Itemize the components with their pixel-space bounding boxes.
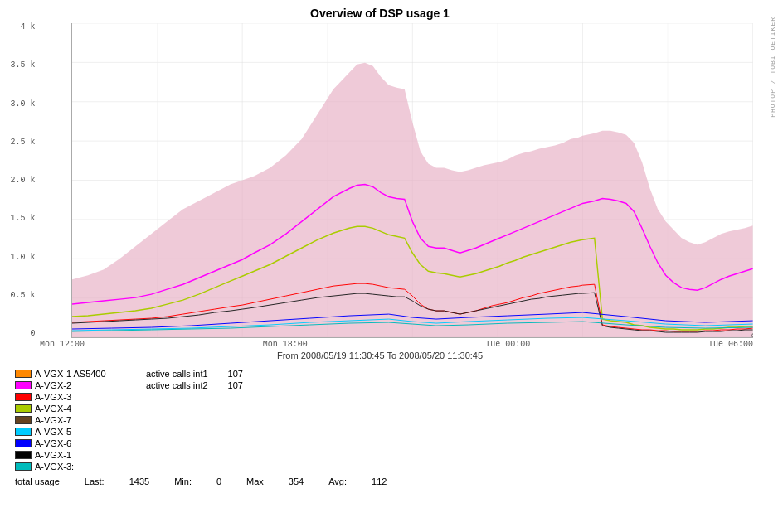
y-label-4k: 4 k — [20, 23, 35, 31]
list-item: A-VGX-1 AS5400 active calls int1 107 — [15, 369, 384, 379]
y-label-15k: 1.5 k — [10, 215, 35, 223]
y-label-30k: 3.0 k — [10, 100, 35, 109]
chart-area — [71, 23, 753, 338]
x-label-tue06: Tue 06:00 — [708, 340, 753, 349]
stats-avg-label: Avg: — [328, 476, 347, 486]
list-item: A-VGX-5 — [15, 427, 384, 437]
list-item: A-VGX-2 active calls int2 107 — [15, 380, 384, 390]
stats-row: total usage Last: 1435 Min: 0 Max 354 Av… — [7, 476, 753, 486]
list-item: A-VGX-7 — [15, 415, 384, 425]
vgx3colon-color-swatch — [15, 462, 32, 471]
legend-left: A-VGX-1 AS5400 active calls int1 107 A-V… — [15, 369, 384, 472]
x-label-mon18: Mon 18:00 — [263, 340, 308, 349]
vgx2-color-swatch — [15, 381, 32, 389]
vgx1b-color-swatch — [15, 451, 32, 459]
y-label-10k: 1.0 k — [10, 254, 35, 262]
stats-min-value: 0 — [216, 476, 221, 486]
vgx5-color-swatch — [15, 428, 32, 436]
vgx5-label: A-VGX-5 — [35, 427, 134, 437]
list-item: A-VGX-6 — [15, 438, 384, 448]
stats-last-label: Last: — [85, 476, 105, 486]
y-label-25k: 2.5 k — [10, 138, 35, 147]
x-label-mon12: Mon 12:00 — [40, 340, 85, 349]
main-container: PHOTOP / TOBI OETIKER Overview of DSP us… — [0, 0, 778, 532]
vgx7-label: A-VGX-7 — [35, 415, 134, 425]
stats-min-label: Min: — [174, 476, 192, 486]
vgx1-as5400-color-swatch — [15, 370, 32, 378]
list-item: A-VGX-3: — [15, 462, 384, 472]
y-label-05k: 0.5 k — [10, 292, 35, 300]
watermark: PHOTOP / TOBI OETIKER — [769, 17, 776, 118]
y-label-35k: 3.5 k — [10, 61, 35, 70]
vgx3colon-label: A-VGX-3: — [35, 462, 134, 472]
y-label-0: 0 — [30, 330, 35, 338]
y-axis: 4 k 3.5 k 3.0 k 2.5 k 2.0 k 1.5 k 1.0 k … — [7, 23, 38, 338]
list-item: A-VGX-4 — [15, 404, 384, 414]
chart-wrapper: 4 k 3.5 k 3.0 k 2.5 k 2.0 k 1.5 k 1.0 k … — [7, 23, 753, 338]
vgx3-color-swatch — [15, 393, 32, 401]
vgx2-label: A-VGX-2 — [35, 380, 134, 390]
date-range: From 2008/05/19 11:30:45 To 2008/05/20 1… — [7, 351, 753, 360]
vgx2-stat-value: 107 — [228, 380, 243, 390]
vgx4-color-swatch — [15, 404, 32, 413]
y-label-20k: 2.0 k — [10, 177, 35, 185]
stats-max-label: Max — [246, 476, 264, 486]
vgx1-stat-value: 107 — [228, 369, 243, 379]
vgx1-as5400-label: A-VGX-1 AS5400 — [35, 369, 134, 379]
legend-area: A-VGX-1 AS5400 active calls int1 107 A-V… — [7, 369, 753, 472]
vgx1b-label: A-VGX-1 — [35, 450, 134, 460]
vgx6-color-swatch — [15, 439, 32, 447]
stats-max-value: 354 — [289, 476, 304, 486]
chart-title: Overview of DSP usage 1 — [7, 7, 753, 20]
vgx1-stat-label: active calls int1 — [146, 369, 208, 379]
vgx7-color-swatch — [15, 416, 32, 424]
vgx2-stat-label: active calls int2 — [146, 380, 208, 390]
vgx4-label: A-VGX-4 — [35, 404, 134, 414]
stats-total-label: total usage — [15, 476, 60, 486]
list-item: A-VGX-3 — [15, 392, 384, 402]
x-label-tue00: Tue 00:00 — [485, 340, 530, 349]
vgx3-label: A-VGX-3 — [35, 392, 134, 402]
list-item: A-VGX-1 — [15, 450, 384, 460]
stats-last-value: 1435 — [129, 476, 149, 486]
stats-avg-value: 112 — [372, 476, 387, 486]
chart-svg — [72, 23, 753, 337]
vgx6-label: A-VGX-6 — [35, 438, 134, 448]
x-axis-labels: Mon 12:00 Mon 18:00 Tue 00:00 Tue 06:00 — [7, 340, 753, 349]
